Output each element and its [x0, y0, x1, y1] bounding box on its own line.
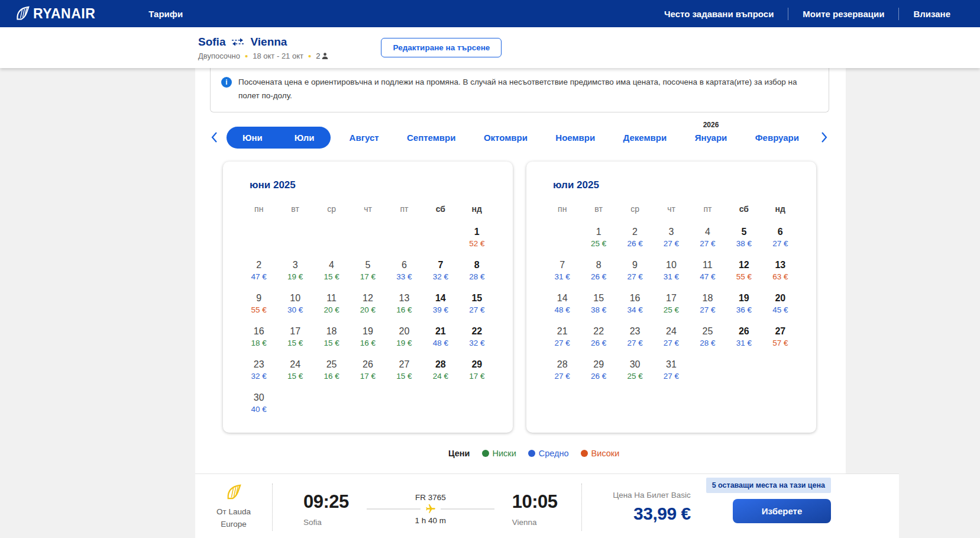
day-price: 15 €	[287, 372, 303, 381]
calendar-day[interactable]: 2631 €	[726, 321, 762, 355]
day-number: 17	[666, 293, 677, 304]
calendar-day[interactable]: 627 €	[762, 222, 798, 255]
calendar-day[interactable]: 1715 €	[277, 321, 313, 355]
calendar-day[interactable]: 3040 €	[241, 388, 277, 421]
month-tab[interactable]: Ноември	[555, 133, 595, 143]
calendar-day[interactable]: 427 €	[690, 222, 726, 255]
calendar-day[interactable]: 2019 €	[386, 321, 422, 355]
day-price: 17 €	[360, 272, 376, 281]
month-tabs: ЮниЮли АвгустСептемвриОктомвриНоемвриДек…	[208, 127, 830, 149]
legend-dot-icon	[528, 450, 535, 457]
calendar-day[interactable]: 2045 €	[762, 288, 798, 321]
calendar-day[interactable]: 327 €	[653, 222, 689, 255]
month-tab[interactable]: Февруари	[755, 133, 799, 143]
day-number: 21	[557, 326, 568, 337]
calendar-day[interactable]: 247 €	[241, 255, 277, 288]
calendar-day[interactable]: 2232 €	[459, 321, 495, 355]
calendar-day[interactable]: 1815 €	[313, 321, 350, 355]
day-number: 6	[402, 260, 407, 270]
ryanair-logo[interactable]: RYANAIR	[15, 6, 95, 22]
calendar-day[interactable]: 2926 €	[580, 355, 616, 388]
calendar-day[interactable]: 1316 €	[386, 288, 422, 321]
calendar-day[interactable]: 1827 €	[690, 288, 726, 321]
calendar-day[interactable]: 1538 €	[580, 288, 616, 321]
calendar-day[interactable]: 731 €	[544, 255, 580, 288]
month-tab[interactable]: Декември	[623, 133, 667, 143]
calendar-day[interactable]: 927 €	[617, 255, 653, 288]
calendar-day[interactable]: 415 €	[313, 255, 350, 288]
month-tab[interactable]: Септември	[407, 133, 455, 143]
nav-item-right[interactable]: Влизане	[898, 8, 965, 20]
calendar-day[interactable]: 2827 €	[544, 355, 580, 388]
calendar-day[interactable]: 1634 €	[617, 288, 653, 321]
calendar-day[interactable]: 152 €	[459, 222, 495, 255]
day-price: 25 €	[627, 372, 642, 381]
month-tab[interactable]: Януари2026	[695, 133, 727, 143]
month-tab-selected[interactable]: Юни	[227, 127, 279, 149]
calendar-day[interactable]: 1618 €	[241, 321, 277, 355]
calendar-day[interactable]: 1439 €	[422, 288, 458, 321]
topnav-left: Тарифи	[137, 9, 195, 19]
nav-item-right[interactable]: Моите резервации	[788, 8, 898, 20]
dot-separator: •	[245, 51, 248, 60]
calendar-day[interactable]: 2617 €	[350, 355, 386, 388]
edit-search-button[interactable]: Редактиране на търсене	[381, 38, 502, 57]
calendar-day[interactable]: 2917 €	[459, 355, 495, 388]
month-tab[interactable]: Август	[350, 133, 379, 143]
calendar-day[interactable]: 2327 €	[617, 321, 653, 355]
calendar-day[interactable]: 2127 €	[544, 321, 580, 355]
calendar-day[interactable]: 2415 €	[277, 355, 313, 388]
day-price: 48 €	[555, 305, 570, 314]
calendar-day[interactable]: 226 €	[617, 222, 653, 255]
calendar-day[interactable]: 1448 €	[544, 288, 580, 321]
calendar-day[interactable]: 2226 €	[580, 321, 616, 355]
calendar-day[interactable]: 2715 €	[386, 355, 422, 388]
month-tab-selected[interactable]: Юли	[279, 127, 331, 149]
calendar-day[interactable]: 517 €	[350, 255, 386, 288]
calendar-day[interactable]: 2516 €	[313, 355, 350, 388]
day-number: 4	[705, 227, 710, 237]
calendar-day[interactable]: 3127 €	[653, 355, 689, 388]
calendar-day[interactable]: 633 €	[386, 255, 422, 288]
calendar-day[interactable]: 1936 €	[726, 288, 762, 321]
calendar-day[interactable]: 2332 €	[241, 355, 277, 388]
day-number: 9	[632, 260, 638, 270]
fare-column: Цена На Билет Basic 33,99 €	[613, 491, 691, 524]
day-number: 15	[471, 293, 482, 304]
calendar-day[interactable]: 1031 €	[653, 255, 689, 288]
calendar-day[interactable]: 1916 €	[350, 321, 386, 355]
calendar-day[interactable]: 2757 €	[762, 321, 798, 355]
calendar-card: юни 2025пнвтсрчтптсбнд152 €247 €319 €415…	[223, 162, 513, 433]
nav-item-left[interactable]: Тарифи	[137, 9, 195, 19]
calendar-day[interactable]: 125 €	[580, 222, 616, 255]
calendar-day[interactable]: 538 €	[726, 222, 762, 255]
nav-item-right[interactable]: Често задавани въпроси	[650, 8, 788, 20]
calendar-day[interactable]: 1255 €	[726, 255, 762, 288]
calendar-day[interactable]: 1220 €	[350, 288, 386, 321]
calendar-day[interactable]: 1725 €	[653, 288, 689, 321]
calendar-day[interactable]: 828 €	[459, 255, 495, 288]
calendar-day[interactable]: 1120 €	[313, 288, 350, 321]
calendar-day[interactable]: 3025 €	[617, 355, 653, 388]
calendar-day[interactable]: 1147 €	[690, 255, 726, 288]
flight-duration: 1 h 40 m	[367, 516, 494, 525]
calendar-month-title: юни 2025	[250, 179, 513, 191]
arrival-time: 10:05	[512, 491, 558, 513]
calendar-day[interactable]: 1363 €	[762, 255, 798, 288]
month-tab[interactable]: Октомври	[484, 133, 528, 143]
calendar-day[interactable]: 955 €	[241, 288, 277, 321]
calendar-day[interactable]: 1030 €	[277, 288, 313, 321]
calendar-day[interactable]: 319 €	[277, 255, 313, 288]
calendar-day[interactable]: 1527 €	[459, 288, 495, 321]
calendar-day[interactable]: 826 €	[580, 255, 616, 288]
calendar-day[interactable]: 732 €	[422, 255, 458, 288]
calendar-day[interactable]: 2148 €	[422, 321, 458, 355]
calendar-day[interactable]: 2427 €	[653, 321, 689, 355]
weekday-header: ср	[617, 204, 653, 214]
day-number: 12	[739, 260, 749, 270]
calendar-day[interactable]: 2824 €	[422, 355, 458, 388]
select-flight-button[interactable]: Изберете	[733, 499, 831, 523]
prev-months-chevron-icon[interactable]	[208, 129, 221, 146]
next-months-chevron-icon[interactable]	[818, 129, 830, 146]
calendar-day[interactable]: 2528 €	[690, 321, 726, 355]
